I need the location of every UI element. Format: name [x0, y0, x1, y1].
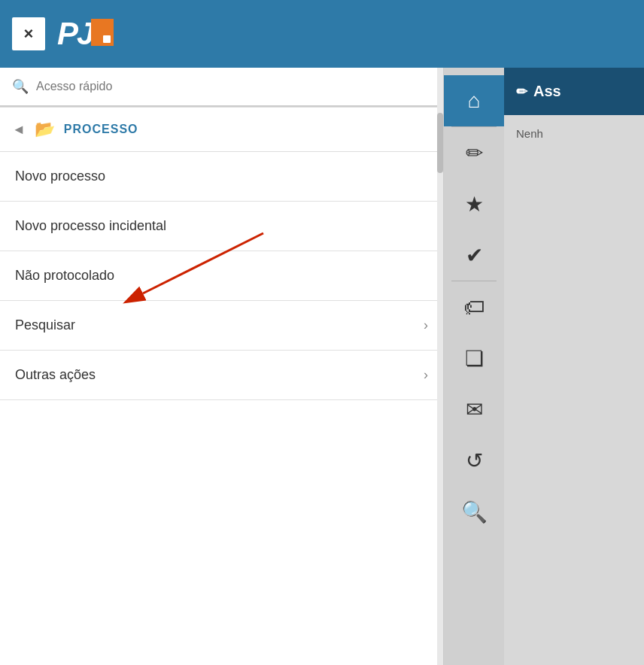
pencil-icon: ✏ — [466, 141, 483, 165]
right-panel-content: Nenh — [504, 115, 644, 152]
sidebar-item-check[interactable]: ✔ — [444, 229, 504, 281]
chevron-right-icon: › — [424, 367, 428, 383]
menu-item-label: Pesquisar — [15, 317, 75, 333]
search-bar: 🔍 — [0, 68, 443, 107]
menu-item-label: Novo processo incidental — [15, 218, 166, 234]
mail-icon: ✉ — [466, 397, 483, 422]
search-icon: 🔍 — [461, 500, 488, 524]
right-sidebar: ⌂ ✏ ★ ✔ 🏷 ❏ ✉ ↺ 🔍 — [444, 68, 504, 665]
menu-item-novo-processo[interactable]: Novo processo — [0, 152, 443, 202]
check-icon: ✔ — [466, 243, 483, 268]
chevron-right-icon: › — [424, 317, 428, 333]
process-section: ◄ 📂 PROCESSO — [0, 107, 443, 152]
close-icon: × — [24, 24, 34, 44]
menu-items-list: Novo processo Novo processo incidental N… — [0, 152, 443, 400]
search-icon: 🔍 — [12, 78, 29, 95]
scrollbar[interactable] — [437, 68, 443, 665]
history-icon: ↺ — [466, 448, 483, 473]
ass-button[interactable]: ✏ Ass — [504, 68, 644, 115]
menu-item-pesquisar[interactable]: Pesquisar › — [0, 301, 443, 351]
app-logo: PJ — [57, 16, 114, 52]
main-content: 🔍 ◄ 📂 PROCESSO Novo processo Novo proces… — [0, 68, 644, 665]
scrollbar-thumb[interactable] — [437, 113, 443, 173]
collapse-icon[interactable]: ◄ — [12, 122, 26, 138]
process-header: ◄ 📂 PROCESSO — [0, 108, 443, 151]
close-button[interactable]: × — [12, 17, 45, 50]
sidebar-item-search[interactable]: 🔍 — [444, 486, 504, 537]
sidebar-item-history[interactable]: ↺ — [444, 435, 504, 486]
sidebar-item-tags[interactable]: 🏷 — [444, 281, 504, 332]
sidebar-item-star[interactable]: ★ — [444, 178, 504, 229]
copy-icon: ❏ — [465, 346, 484, 371]
app-header: × PJ — [0, 0, 644, 68]
menu-item-label: Novo processo — [15, 169, 105, 184]
logo-icon — [91, 19, 114, 46]
pencil-edit-icon: ✏ — [516, 84, 527, 100]
sidebar-item-copy[interactable]: ❏ — [444, 332, 504, 384]
sidebar-item-edit[interactable]: ✏ — [444, 127, 504, 178]
sidebar-item-home[interactable]: ⌂ — [444, 75, 504, 126]
home-icon: ⌂ — [468, 89, 481, 113]
menu-item-label: Outras ações — [15, 367, 96, 383]
menu-item-outras-acoes[interactable]: Outras ações › — [0, 351, 443, 400]
process-title: PROCESSO — [64, 123, 138, 136]
ass-button-label: Ass — [533, 83, 561, 100]
left-panel: 🔍 ◄ 📂 PROCESSO Novo processo Novo proces… — [0, 68, 444, 665]
right-content-text: Nenh — [516, 127, 543, 140]
search-input[interactable] — [36, 80, 431, 93]
folder-icon: 📂 — [35, 120, 55, 139]
menu-item-label: Não protocolado — [15, 268, 114, 284]
star-icon: ★ — [465, 192, 484, 217]
menu-item-nao-protocolado[interactable]: Não protocolado — [0, 251, 443, 301]
logo-text: PJ — [57, 16, 93, 52]
menu-item-novo-processo-incidental[interactable]: Novo processo incidental — [0, 202, 443, 251]
right-panel: ✏ Ass Nenh — [504, 68, 644, 665]
tag-icon: 🏷 — [463, 295, 485, 320]
sidebar-item-mail[interactable]: ✉ — [444, 384, 504, 435]
